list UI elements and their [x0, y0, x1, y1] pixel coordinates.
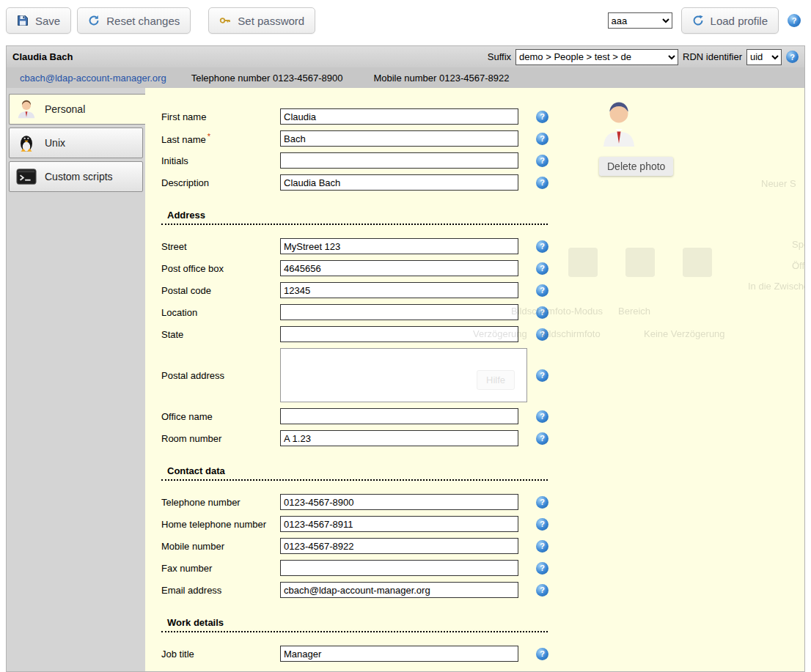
last-name-input[interactable]	[280, 130, 518, 147]
person-icon	[15, 98, 37, 120]
form-row: Job title	[161, 646, 804, 662]
personal-form: Neuer S Speichern Öffne In die Zwischena…	[145, 88, 804, 671]
help-icon[interactable]	[536, 369, 548, 382]
state-label: State	[161, 329, 280, 340]
rdn-label: RDN identifier	[683, 51, 742, 62]
rdn-select[interactable]: uid	[746, 49, 782, 65]
reset-changes-button[interactable]: Reset changes	[77, 7, 191, 34]
form-row: Telephone number	[161, 494, 804, 510]
state-input[interactable]	[280, 326, 518, 342]
form-row: Post office box	[161, 260, 804, 276]
tab-unix-label: Unix	[45, 137, 65, 149]
help-icon[interactable]	[536, 410, 548, 423]
office-name-input[interactable]	[280, 408, 518, 424]
help-icon[interactable]	[536, 262, 548, 275]
location-input[interactable]	[280, 304, 518, 320]
tab-custom-scripts[interactable]: Custom scripts	[9, 161, 143, 192]
telephone-text: Telephone number 0123-4567-8900	[191, 73, 343, 84]
email-link[interactable]: cbach@ldap-account-manager.org	[20, 73, 166, 84]
home-telephone-label: Home telephone number	[161, 519, 280, 530]
set-password-button[interactable]: Set password	[208, 7, 315, 34]
form-row: Street	[161, 238, 804, 254]
form-row: Postal address	[161, 348, 804, 402]
email-input[interactable]	[280, 582, 518, 598]
street-label: Street	[161, 241, 280, 252]
help-icon[interactable]	[536, 540, 548, 553]
tab-custom-scripts-label: Custom scripts	[45, 171, 113, 182]
fax-input[interactable]	[280, 560, 518, 576]
telephone-label: Telephone number	[161, 497, 280, 508]
account-body: Personal Unix Custom scripts Neuer S Spe…	[7, 88, 804, 671]
form-row: Postal code	[161, 282, 804, 298]
key-icon	[219, 15, 231, 26]
form-row: Email address	[161, 582, 804, 598]
save-button[interactable]: Save	[6, 7, 71, 34]
help-icon[interactable]	[536, 584, 548, 597]
help-icon[interactable]	[536, 306, 548, 319]
help-icon[interactable]	[536, 328, 548, 341]
save-label: Save	[35, 15, 60, 27]
fax-label: Fax number	[161, 563, 280, 574]
top-toolbar: Save Reset changes Set password aaa Load…	[0, 0, 811, 41]
form-row: Location	[161, 304, 804, 320]
help-icon[interactable]	[536, 155, 548, 167]
first-name-label: First name	[161, 111, 280, 122]
form-row: State	[161, 326, 804, 342]
required-marker: *	[208, 132, 210, 141]
postal-code-label: Postal code	[161, 285, 280, 296]
suffix-select[interactable]: demo > People > test > de	[515, 49, 678, 65]
form-row: Initials	[161, 152, 804, 169]
help-icon[interactable]	[536, 133, 548, 145]
home-telephone-input[interactable]	[280, 516, 518, 532]
help-icon[interactable]	[536, 284, 548, 297]
profile-select[interactable]: aaa	[608, 12, 672, 29]
form-row: Description	[161, 174, 804, 191]
help-icon[interactable]	[536, 240, 548, 253]
tab-unix[interactable]: Unix	[9, 128, 143, 158]
street-input[interactable]	[280, 238, 518, 254]
header-right-group: Suffix demo > People > test > de RDN ide…	[488, 49, 799, 65]
mobile-label: Mobile number	[161, 541, 280, 552]
account-subheader: cbach@ldap-account-manager.org Telephone…	[7, 67, 804, 88]
module-sidebar: Personal Unix Custom scripts	[7, 88, 145, 671]
load-profile-button[interactable]: Load profile	[681, 7, 779, 34]
po-box-label: Post office box	[161, 263, 280, 274]
tab-personal[interactable]: Personal	[9, 94, 145, 125]
help-icon[interactable]	[536, 111, 548, 123]
help-icon[interactable]	[536, 648, 548, 660]
initials-input[interactable]	[280, 152, 518, 169]
postal-address-textarea[interactable]	[280, 348, 527, 402]
postal-address-label: Postal address	[161, 370, 280, 381]
description-input[interactable]	[280, 174, 518, 191]
form-row: First name	[161, 108, 804, 125]
terminal-icon	[15, 166, 37, 188]
help-icon[interactable]	[788, 14, 801, 27]
delete-photo-button[interactable]: Delete photo	[599, 157, 673, 176]
job-title-input[interactable]	[280, 646, 518, 662]
email-label: Email address	[161, 585, 280, 596]
form-row: Last name*	[161, 130, 804, 147]
account-window: Claudia Bach Suffix demo > People > test…	[6, 45, 805, 672]
help-icon[interactable]	[536, 496, 548, 509]
po-box-input[interactable]	[280, 260, 518, 276]
reset-changes-label: Reset changes	[106, 15, 180, 27]
suffix-label: Suffix	[488, 51, 511, 62]
help-icon[interactable]	[786, 51, 799, 63]
description-label: Description	[161, 177, 280, 188]
room-number-input[interactable]	[280, 430, 518, 446]
page-title: Claudia Bach	[12, 51, 73, 62]
mobile-input[interactable]	[280, 538, 518, 554]
form-row: Home telephone number	[161, 516, 804, 532]
help-icon[interactable]	[536, 177, 548, 189]
telephone-input[interactable]	[280, 494, 518, 510]
first-name-input[interactable]	[280, 108, 518, 125]
load-profile-label: Load profile	[711, 15, 768, 27]
help-icon[interactable]	[536, 562, 548, 575]
last-name-label: Last name*	[161, 132, 280, 145]
help-icon[interactable]	[536, 518, 548, 531]
tab-personal-label: Personal	[45, 103, 85, 115]
help-icon[interactable]	[536, 432, 548, 445]
office-name-label: Office name	[161, 411, 280, 422]
user-photo	[601, 101, 636, 147]
postal-code-input[interactable]	[280, 282, 518, 298]
